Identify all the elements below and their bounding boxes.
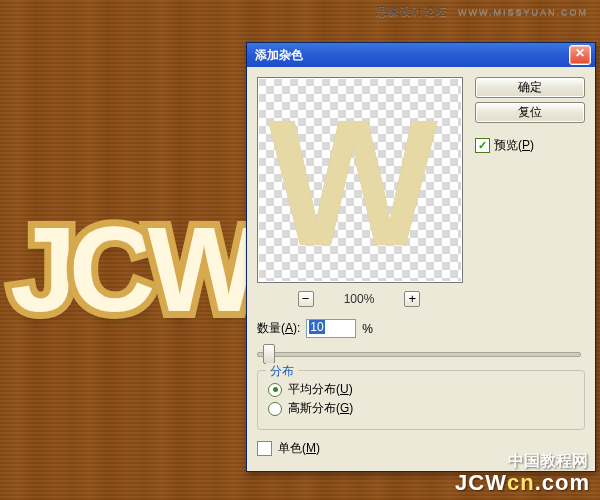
brand-name: 思缘设计论坛: [376, 5, 448, 17]
distribution-group: 分布 平均分布(U) 高斯分布(G): [257, 370, 585, 430]
zoom-out-button[interactable]: −: [298, 291, 314, 307]
gaussian-label: 高斯分布(G): [288, 400, 353, 417]
mono-label: 单色(M): [278, 440, 320, 457]
preview-content: W: [257, 80, 450, 283]
source-brand: 思缘设计论坛 WWW.MISSYUAN.COM: [376, 4, 588, 19]
preview-checkbox[interactable]: ✓: [475, 138, 490, 153]
slider-thumb[interactable]: [263, 344, 275, 364]
mono-checkbox[interactable]: [257, 441, 272, 456]
uniform-option[interactable]: 平均分布(U): [268, 381, 574, 398]
slider-track: [257, 352, 581, 357]
plus-icon: +: [409, 291, 417, 306]
ok-button[interactable]: 确定: [475, 77, 585, 98]
canvas-art-text: JCW: [10, 200, 253, 338]
amount-label: 数量(A):: [257, 320, 300, 337]
dialog-titlebar[interactable]: 添加杂色 ✕: [247, 43, 595, 67]
gaussian-option[interactable]: 高斯分布(G): [268, 400, 574, 417]
close-icon: ✕: [575, 46, 585, 60]
filter-preview[interactable]: W: [257, 77, 463, 283]
minus-icon: −: [302, 291, 310, 306]
brand-url: WWW.MISSYUAN.COM: [458, 7, 588, 17]
zoom-in-button[interactable]: +: [404, 291, 420, 307]
amount-input[interactable]: 10: [306, 319, 356, 338]
zoom-value: 100%: [344, 292, 375, 306]
add-noise-dialog: 添加杂色 ✕ 确定 复位 ✓ 预览(P) W − 100%: [246, 42, 596, 472]
distribution-legend: 分布: [266, 363, 298, 380]
radio-icon: [268, 383, 282, 397]
close-button[interactable]: ✕: [569, 45, 591, 65]
uniform-label: 平均分布(U): [288, 381, 353, 398]
reset-button[interactable]: 复位: [475, 102, 585, 123]
preview-toggle-row[interactable]: ✓ 预览(P): [475, 137, 585, 154]
watermark-url: JCWcn.com: [455, 470, 590, 496]
amount-suffix: %: [362, 322, 373, 336]
preview-label: 预览(P): [494, 137, 534, 154]
radio-icon: [268, 402, 282, 416]
amount-slider[interactable]: [257, 344, 581, 362]
dialog-title: 添加杂色: [255, 47, 569, 64]
watermark-cn: 中国教程网: [508, 451, 588, 472]
document-canvas: 思缘设计论坛 WWW.MISSYUAN.COM JCW 添加杂色 ✕ 确定 复位…: [0, 0, 600, 500]
